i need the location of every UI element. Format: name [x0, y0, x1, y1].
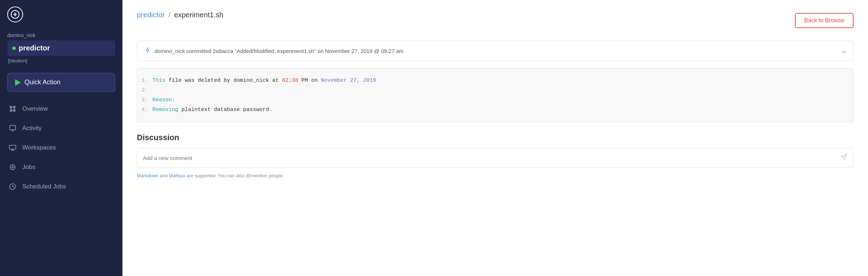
play-icon: [15, 79, 21, 86]
code-line-2: 2.: [141, 85, 846, 95]
main-content: predictor / experiment1.sh Back to Brows…: [122, 0, 868, 276]
project-stage: [Ideation]: [7, 58, 115, 63]
sidebar-item-overview[interactable]: Overview: [0, 99, 122, 119]
and-text: and: [160, 173, 169, 178]
app-logo[interactable]: [7, 6, 23, 22]
commit-icon: [144, 47, 151, 55]
line-num-4: 4.: [141, 105, 148, 115]
overview-icon: [9, 105, 17, 113]
breadcrumb-separator: /: [169, 11, 171, 19]
code-block: 1. This file was deleted by domino_nick …: [137, 68, 854, 122]
sidebar-item-activity[interactable]: Activity: [0, 119, 122, 138]
quick-action-label: Quick Action: [24, 79, 61, 86]
code-line-3: 3. Reason:: [141, 95, 846, 105]
sidebar-item-scheduled-jobs[interactable]: Scheduled Jobs: [0, 177, 122, 196]
breadcrumb-file: experiment1.sh: [174, 11, 223, 19]
commit-text: domino_nick committed 2a8acca "Added/Mod…: [155, 48, 403, 54]
sidebar-nav: Overview Activity: [0, 95, 122, 276]
line-num-3: 3.: [141, 95, 148, 105]
svg-rect-5: [10, 125, 15, 130]
discussion-title: Discussion: [137, 133, 854, 142]
scheduled-jobs-label: Scheduled Jobs: [22, 183, 66, 190]
commit-info: domino_nick committed 2a8acca "Added/Mod…: [144, 47, 403, 55]
markdown-link[interactable]: Markdown: [137, 173, 158, 178]
sidebar-item-jobs[interactable]: Jobs: [0, 157, 122, 177]
sidebar: domino_nick predictor [Ideation] Quick A…: [0, 0, 122, 276]
svg-rect-1: [10, 106, 12, 108]
project-info: domino_nick predictor [Ideation]: [0, 29, 122, 69]
support-suffix: are supported. You can also @mention peo…: [187, 173, 284, 178]
scheduled-jobs-icon: [9, 183, 17, 191]
workspaces-icon: [9, 144, 17, 152]
sidebar-logo: [0, 0, 122, 29]
svg-point-10: [10, 165, 15, 170]
chevron-down-icon[interactable]: ⌵: [842, 47, 846, 55]
code-line-4: 4. Removing plaintext database password.: [141, 105, 846, 115]
page-header: predictor / experiment1.sh Back to Brows…: [137, 11, 854, 30]
svg-rect-7: [9, 145, 16, 149]
activity-icon: [9, 124, 17, 132]
jobs-label: Jobs: [22, 164, 35, 171]
overview-label: Overview: [22, 105, 48, 112]
jobs-icon: [9, 163, 17, 171]
active-indicator: [12, 46, 16, 50]
commit-bar: domino_nick committed 2a8acca "Added/Mod…: [137, 41, 854, 61]
svg-rect-3: [10, 109, 12, 112]
breadcrumb-predictor-link[interactable]: predictor: [137, 11, 165, 19]
username-label: domino_nick: [7, 32, 115, 38]
line-num-1: 1.: [141, 76, 148, 85]
breadcrumb: predictor / experiment1.sh: [137, 11, 223, 19]
svg-rect-2: [13, 106, 15, 108]
back-to-browse-button[interactable]: Back to Browse: [795, 13, 854, 28]
svg-rect-4: [13, 109, 15, 112]
workspaces-label: Workspaces: [22, 144, 56, 151]
project-name: predictor: [19, 44, 50, 52]
mathjax-link[interactable]: Mathjax: [169, 173, 185, 178]
project-name-row[interactable]: predictor: [7, 40, 115, 56]
svg-point-11: [12, 166, 13, 168]
sidebar-item-workspaces[interactable]: Workspaces: [0, 138, 122, 157]
activity-label: Activity: [22, 125, 42, 132]
app-layout: domino_nick predictor [Ideation] Quick A…: [0, 0, 868, 276]
comment-box: [137, 148, 854, 168]
line-num-2: 2.: [141, 85, 148, 95]
code-line-1: 1. This file was deleted by domino_nick …: [141, 76, 846, 85]
send-icon[interactable]: [840, 153, 847, 163]
svg-point-17: [147, 49, 149, 51]
comment-input[interactable]: [143, 155, 840, 161]
quick-action-button[interactable]: Quick Action: [7, 73, 115, 92]
markdown-note: Markdown and Mathjax are supported. You …: [137, 173, 854, 178]
